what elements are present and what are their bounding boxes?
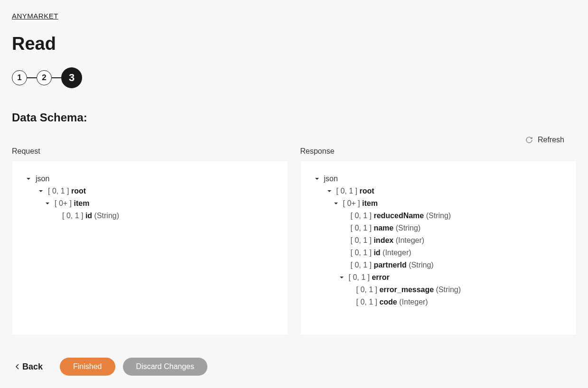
tree-node-cardinality: [ 0, 1 ] [356,286,380,294]
tree-node-name: error [372,273,389,281]
panel-label-response: Response [300,147,577,156]
tree-node-name: item [74,199,89,207]
breadcrumb-link[interactable]: ANYMARKET [12,12,58,20]
tree-node-cardinality: [ 0, 1 ] [351,224,374,232]
chevron-down-icon[interactable] [333,201,339,206]
tree-node-name: root [71,187,86,195]
tree-node-name: reducedName [373,212,424,220]
panel-card-request: json[ 0, 1 ] root[ 0+ ] item[ 0, 1 ] id … [12,161,288,335]
tree-node-label: json [36,175,49,183]
step-connector [27,77,37,78]
tree-node: [ 0, 1 ] root [25,185,275,197]
tree-node-label: json [324,175,338,183]
panel-card-response: json[ 0, 1 ] root[ 0+ ] item[ 0, 1 ] red… [300,161,577,335]
panel-label-request: Request [12,147,288,156]
tree-node-cardinality: [ 0, 1 ] [336,187,360,195]
stepper: 123 [12,67,576,88]
tree-node: json [25,173,275,185]
tree-node-name: id [373,249,380,257]
back-label: Back [22,362,43,372]
page-title: Read [12,34,576,54]
tree-node: [ 0, 1 ] name (String) [314,222,563,234]
chevron-down-icon[interactable] [326,189,333,194]
tree-node-cardinality: [ 0, 1 ] [351,212,374,220]
chevron-down-icon[interactable] [314,176,320,181]
tree-node: [ 0, 1 ] error_message (String) [314,284,563,296]
refresh-button[interactable]: Refresh [525,136,564,144]
tree-node: [ 0, 1 ] root [314,185,563,197]
tree-node-cardinality: [ 0, 1 ] [351,249,374,257]
step-2[interactable]: 2 [37,70,52,85]
section-title-data-schema: Data Schema: [12,111,576,124]
tree-node: [ 0, 1 ] id (String) [25,210,275,222]
tree-node-cardinality: [ 0, 1 ] [48,187,71,195]
tree-node-cardinality: [ 0, 1 ] [356,298,380,306]
discard-changes-button[interactable]: Discard Changes [123,358,208,376]
tree-node-name: index [373,236,393,244]
tree-node-type: (Integer) [397,298,428,306]
tree-node-type: (Integer) [381,249,411,257]
tree-node-name: item [362,199,378,207]
tree-node: [ 0+ ] item [25,197,275,210]
refresh-icon [525,136,533,144]
tree-node: [ 0+ ] item [314,197,563,210]
tree-node: json [314,173,563,185]
tree-node-cardinality: [ 0+ ] [343,199,362,207]
tree-node: [ 0, 1 ] index (Integer) [314,234,563,247]
tree-node: [ 0, 1 ] code (Integer) [314,296,563,308]
tree-node-name: partnerId [373,261,406,269]
tree-node: [ 0, 1 ] error [314,271,563,284]
chevron-down-icon[interactable] [338,275,345,280]
tree-node-name: code [379,298,397,306]
tree-node-cardinality: [ 0, 1 ] [351,261,374,269]
tree-node-type: (String) [393,224,420,232]
chevron-down-icon[interactable] [44,201,51,206]
tree-node-type: (String) [424,212,451,220]
chevron-down-icon[interactable] [25,176,32,181]
tree-node-name: error_message [379,286,434,294]
step-3[interactable]: 3 [61,67,82,88]
chevron-down-icon[interactable] [37,189,44,194]
tree-node-type: (Integer) [393,236,424,244]
back-button[interactable]: Back [16,362,52,372]
tree-node-type: (String) [92,212,119,220]
tree-node-type: (String) [434,286,461,294]
tree-node: [ 0, 1 ] reducedName (String) [314,210,563,222]
tree-node-cardinality: [ 0, 1 ] [62,212,85,220]
tree-node-cardinality: [ 0+ ] [55,199,74,207]
tree-node-name: root [359,187,374,195]
finished-button[interactable]: Finished [60,358,115,376]
refresh-label: Refresh [538,136,564,144]
step-connector [52,77,61,78]
chevron-left-icon [16,364,19,370]
tree-node: [ 0, 1 ] id (Integer) [314,247,563,259]
tree-node-type: (String) [407,261,434,269]
tree-node-cardinality: [ 0, 1 ] [349,273,372,281]
tree-node-name: name [373,224,393,232]
tree-node-cardinality: [ 0, 1 ] [351,236,374,244]
tree-node: [ 0, 1 ] partnerId (String) [314,259,563,271]
step-1[interactable]: 1 [12,70,27,85]
tree-node-name: id [85,212,92,220]
